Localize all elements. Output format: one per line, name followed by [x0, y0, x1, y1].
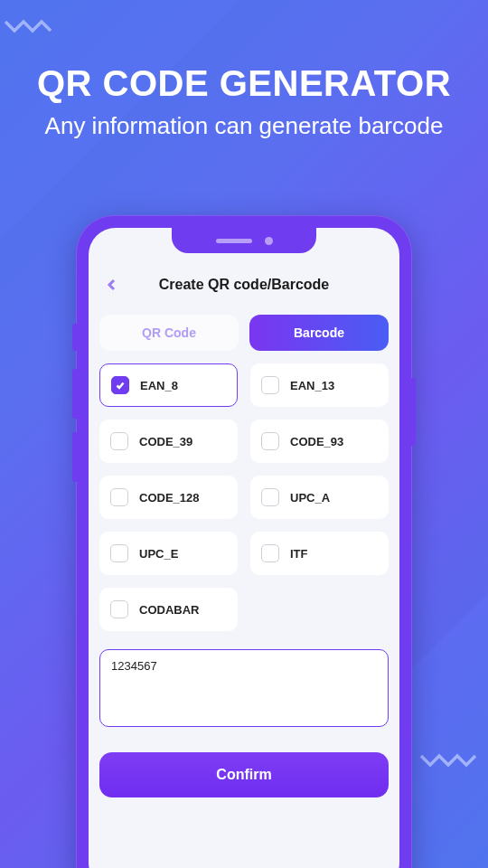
- format-label: UPC_A: [290, 491, 330, 505]
- format-option[interactable]: CODE_39: [99, 420, 238, 463]
- format-option[interactable]: ITF: [250, 532, 389, 575]
- phone-side-button: [72, 369, 77, 419]
- tab-qrcode[interactable]: QR Code: [99, 315, 239, 351]
- format-label: CODABAR: [139, 603, 199, 617]
- confirm-button[interactable]: Confirm: [99, 752, 389, 797]
- format-option[interactable]: CODABAR: [99, 588, 238, 631]
- phone-screen: Create QR code/Barcode QR Code Barcode E…: [89, 228, 399, 868]
- phone-notch: [172, 228, 316, 253]
- hero-subtitle: Any information can generate barcode: [0, 111, 488, 142]
- phone-side-button: [72, 324, 77, 351]
- checkbox-icon: [261, 376, 279, 394]
- phone-side-button: [411, 378, 416, 446]
- format-label: EAN_8: [140, 379, 178, 392]
- checkbox-icon: [110, 600, 128, 618]
- format-option[interactable]: CODE_128: [99, 476, 238, 519]
- format-option[interactable]: EAN_8: [99, 363, 238, 407]
- checkbox-icon: [110, 432, 128, 450]
- format-option[interactable]: EAN_13: [250, 363, 389, 407]
- back-icon[interactable]: [103, 276, 121, 294]
- camera-icon: [265, 237, 273, 245]
- decoration-zigzag: [4, 18, 58, 43]
- tab-label: Barcode: [294, 326, 344, 340]
- checkbox-icon: [261, 488, 279, 506]
- phone-mockup: Create QR code/Barcode QR Code Barcode E…: [76, 215, 412, 868]
- checkbox-icon: [110, 488, 128, 506]
- format-option[interactable]: CODE_93: [250, 420, 389, 463]
- format-label: CODE_128: [139, 491, 199, 505]
- format-label: ITF: [290, 547, 308, 561]
- format-label: UPC_E: [139, 547, 178, 561]
- phone-side-button: [72, 432, 77, 482]
- format-label: CODE_39: [139, 435, 192, 448]
- checkbox-icon: [110, 544, 128, 562]
- tab-barcode[interactable]: Barcode: [249, 315, 389, 351]
- decoration-zigzag: [419, 752, 483, 778]
- checkbox-checked-icon: [111, 376, 129, 394]
- page-title: Create QR code/Barcode: [99, 277, 389, 293]
- speaker-icon: [216, 239, 252, 243]
- tabs: QR Code Barcode: [99, 315, 389, 351]
- checkbox-icon: [261, 544, 279, 562]
- format-label: CODE_93: [290, 435, 343, 448]
- input-value: 1234567: [111, 659, 157, 673]
- checkbox-icon: [261, 432, 279, 450]
- format-option[interactable]: UPC_A: [250, 476, 389, 519]
- hero-title: QR CODE GENERATOR: [0, 63, 488, 104]
- confirm-label: Confirm: [216, 767, 271, 783]
- app-header: Create QR code/Barcode: [99, 269, 389, 300]
- hero: QR CODE GENERATOR Any information can ge…: [0, 63, 488, 142]
- format-option[interactable]: UPC_E: [99, 532, 238, 575]
- tab-label: QR Code: [142, 326, 196, 340]
- format-label: EAN_13: [290, 379, 334, 392]
- format-grid: EAN_8EAN_13CODE_39CODE_93CODE_128UPC_AUP…: [99, 363, 389, 631]
- barcode-input[interactable]: 1234567: [99, 649, 389, 727]
